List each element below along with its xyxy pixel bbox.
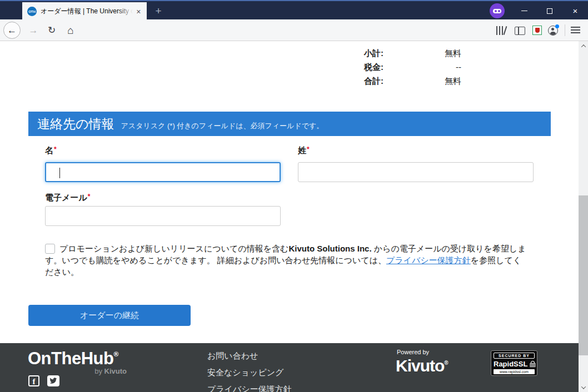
- total-row: 合計: 無料: [295, 76, 461, 87]
- kivuto-name-text: Kivuto: [396, 356, 444, 375]
- footer-links: お問い合わせ 安全なショッピング プライバシー保護方針: [207, 351, 292, 392]
- total-label: 合計:: [350, 76, 383, 87]
- toolbar-separator: [565, 24, 565, 36]
- home-icon: ⌂: [67, 24, 73, 37]
- page-footer: OnTheHub® by Kivuto f お問い合わせ 安全なショッピング プ…: [0, 343, 579, 392]
- privacy-policy-footer-link[interactable]: プライバシー保護方針: [207, 384, 292, 392]
- onthehub-logo: OnTheHub®: [28, 349, 118, 369]
- extension-icon[interactable]: [532, 26, 542, 35]
- private-browsing-mask-icon: [490, 3, 505, 18]
- continue-order-button[interactable]: オーダーの継続: [28, 305, 191, 326]
- text-caret: [59, 168, 60, 178]
- hamburger-menu-icon[interactable]: [571, 27, 580, 35]
- social-icons: f: [28, 375, 59, 386]
- required-asterisk: *: [307, 145, 310, 153]
- section-subtitle: アスタリスク (*) 付きのフィールドは、必須フィールドです。: [121, 121, 324, 131]
- tax-value: --: [383, 62, 461, 73]
- back-button[interactable]: ←: [3, 22, 21, 39]
- kivuto-text: Kivuto: [104, 367, 127, 375]
- reload-button[interactable]: ↻: [43, 19, 60, 41]
- email-input[interactable]: [45, 206, 281, 226]
- promo-optin-paragraph: プロモーションおよび新しいリリースについての情報を含むKivuto Soluti…: [45, 243, 530, 278]
- maximize-button[interactable]: [537, 1, 562, 21]
- tax-label: 税金:: [350, 62, 383, 73]
- subtotal-label: 小計:: [350, 48, 383, 59]
- forward-icon: →: [29, 25, 38, 36]
- forward-button[interactable]: →: [25, 19, 42, 41]
- tab-close-icon[interactable]: ×: [134, 7, 143, 17]
- reload-icon: ↻: [48, 24, 56, 36]
- onthehub-logo-text: OnTheHub: [28, 349, 113, 368]
- first-name-label: 名*: [45, 145, 57, 156]
- last-name-label: 姓*: [298, 145, 310, 156]
- rapidssl-name: RapidSSL: [494, 360, 527, 368]
- section-title: 連絡先の情報: [37, 112, 114, 133]
- registered-mark: ®: [113, 350, 118, 358]
- secured-by-label: SECURED BY: [494, 353, 535, 359]
- first-name-label-text: 名: [45, 145, 53, 155]
- close-button[interactable]: ×: [562, 1, 588, 21]
- sidebar-toggle-icon[interactable]: [515, 27, 525, 35]
- promo-optin-checkbox[interactable]: [45, 244, 55, 254]
- subtotal-row: 小計: 無料: [295, 48, 461, 59]
- minimize-button[interactable]: [511, 1, 537, 21]
- rapidssl-badge[interactable]: SECURED BY RapidSSL www.rapidssl.com: [491, 350, 537, 376]
- kivuto-logo-text: Kivuto®: [396, 355, 448, 374]
- subtotal-value: 無料: [383, 48, 461, 59]
- back-icon: ←: [7, 25, 17, 36]
- last-name-label-text: 姓: [298, 145, 306, 155]
- privacy-policy-link[interactable]: プライバシー保護方針: [386, 255, 471, 265]
- browser-tab[interactable]: OTH オーダー情報 | The University of T ×: [22, 2, 147, 21]
- rapidssl-url: www.rapidssl.com: [494, 369, 535, 374]
- secure-shopping-link[interactable]: 安全なショッピング: [207, 368, 292, 378]
- contact-link[interactable]: お問い合わせ: [207, 351, 292, 361]
- powered-by-text: Powered by: [397, 349, 448, 355]
- padlock-icon: [530, 361, 535, 367]
- section-header: 連絡先の情報 アスタリスク (*) 付きのフィールドは、必須フィールドです。: [28, 112, 551, 136]
- powered-by-kivuto-logo: Powered by Kivuto®: [396, 349, 448, 374]
- library-icon[interactable]: [496, 26, 507, 35]
- required-asterisk: *: [54, 145, 57, 153]
- page-content: 小計: 無料 税金: -- 合計: 無料 連絡先の情報 アスタリスク (*) 付…: [0, 41, 579, 343]
- scrollbar-thumb[interactable]: [579, 195, 588, 355]
- vertical-scrollbar[interactable]: [579, 41, 588, 392]
- last-name-input[interactable]: [298, 162, 534, 182]
- first-name-input[interactable]: [45, 162, 281, 182]
- navigation-toolbar: ← → ↻ ⌂ i https://e5.onthehub.com/WebSto…: [0, 19, 588, 41]
- titlebar: OTH オーダー情報 | The University of T × + ×: [0, 0, 588, 19]
- scroll-up-arrow-icon[interactable]: [579, 41, 588, 51]
- order-totals: 小計: 無料 税金: -- 合計: 無料: [295, 48, 461, 90]
- tab-favicon-icon: OTH: [27, 7, 37, 16]
- optin-text-before: プロモーションおよび新しいリリースについての情報を含む: [59, 244, 288, 253]
- facebook-icon[interactable]: f: [28, 375, 39, 386]
- tab-title: オーダー情報 | The University of T: [41, 7, 133, 16]
- new-tab-button[interactable]: +: [151, 4, 166, 18]
- twitter-icon[interactable]: [47, 375, 59, 386]
- registered-mark: ®: [444, 360, 447, 366]
- by-kivuto-text: by Kivuto: [78, 367, 127, 375]
- required-asterisk: *: [88, 193, 91, 200]
- account-notification-dot: [555, 24, 559, 28]
- tax-row: 税金: --: [295, 62, 461, 73]
- optin-company: Kivuto Solutions Inc.: [288, 244, 371, 253]
- home-button[interactable]: ⌂: [62, 19, 79, 41]
- email-label: 電子メール*: [45, 193, 90, 203]
- tab-title-fade: [118, 7, 133, 16]
- total-value: 無料: [383, 76, 461, 87]
- scroll-down-arrow-icon[interactable]: [579, 383, 588, 392]
- window-controls: ×: [511, 1, 588, 21]
- by-text: by: [94, 367, 104, 375]
- email-label-text: 電子メール: [45, 193, 87, 202]
